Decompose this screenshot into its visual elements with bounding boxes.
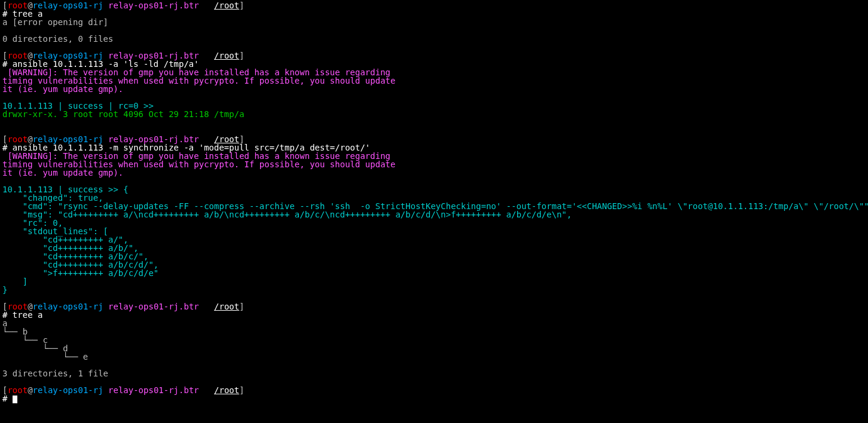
warning-3: [WARNING]: The version of gmp you have i… <box>2 151 395 177</box>
prompt-fqdn: relay-ops01-rj.btr <box>108 1 199 10</box>
cmd-line-5[interactable]: # <box>2 394 17 403</box>
output-3-json: 10.1.1.113 | success >> { "changed": tru… <box>2 185 868 295</box>
terminal[interactable]: [root@relay-ops01-rj relay-ops01-rj.btr … <box>0 0 868 404</box>
output-4: a └── b └── c └── d └── e 3 directories,… <box>2 318 108 378</box>
prompt-host: relay-ops01-rj <box>33 1 103 10</box>
output-2-result: drwxr-xr-x. 3 root root 4096 Oct 29 21:1… <box>2 109 244 119</box>
warning-2: [WARNING]: The version of gmp you have i… <box>2 68 395 94</box>
prompt-rbracket: ] <box>239 1 244 10</box>
output-1: a [error opening dir] 0 directories, 0 f… <box>2 17 113 44</box>
cursor-icon <box>13 396 17 403</box>
prompt-cwd: /root <box>214 1 239 10</box>
cmd-line-4: # tree a <box>2 310 42 320</box>
